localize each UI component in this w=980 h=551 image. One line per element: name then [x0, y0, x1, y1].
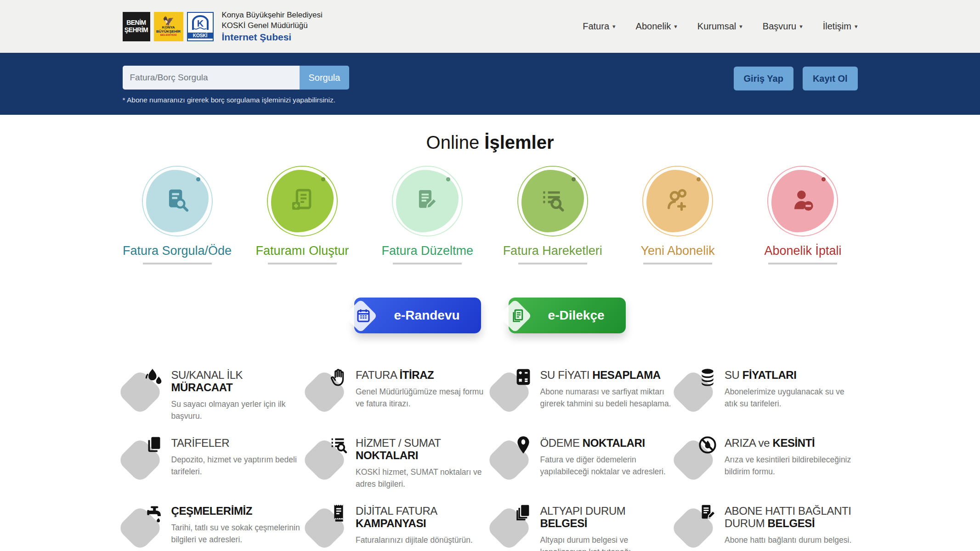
nav-item-1[interactable]: Abonelik▾ — [636, 21, 677, 32]
hand-icon — [328, 366, 349, 388]
list-search-icon — [328, 434, 349, 455]
brand[interactable]: BENİM ŞEHRİM 🦅 KONYA BÜYÜKŞEHİR BELEDİYE… — [123, 10, 323, 42]
chevron-down-icon: ▾ — [674, 23, 677, 30]
quick-action-2[interactable]: Fatura Düzeltme — [373, 166, 482, 264]
chevron-down-icon: ▾ — [612, 23, 616, 30]
service-item-6[interactable]: ÖDEME NOKTALARIFatura ve diğer ödemeleri… — [492, 437, 674, 490]
quick-actions-row: Fatura Sorgula/ÖdeFaturamı OluşturFatura… — [123, 166, 858, 264]
register-button[interactable]: Kayıt Ol — [803, 67, 858, 90]
service-desc: Altyapı durum belgesi ve kanalizasyon ko… — [540, 534, 674, 551]
login-button[interactable]: Giriş Yap — [734, 67, 793, 90]
invoice-edit-icon — [413, 186, 442, 216]
chevron-down-icon: ▾ — [855, 23, 858, 30]
service-title: SU/KANAL İLK MÜRACAAT — [171, 369, 305, 394]
person-minus-icon — [788, 186, 817, 216]
corner-dot-icon — [446, 177, 450, 181]
nav-item-2[interactable]: Kurumsal▾ — [697, 21, 742, 32]
service-title: HİZMET / SUMAT NOKTALARI — [356, 437, 489, 462]
cta-e-randevu[interactable]: e-Randevu — [354, 298, 481, 333]
fountain-icon — [144, 502, 165, 523]
brand-text: Konya Büyükşehir Belediyesi KOSKİ Genel … — [222, 10, 323, 42]
chevron-down-icon: ▾ — [739, 23, 742, 30]
service-item-10[interactable]: ALTYAPI DURUM BELGESİAltyapı durum belge… — [492, 505, 674, 551]
search-bar-section: Sorgula * Abone numaranızı girerek borç … — [0, 53, 980, 115]
service-item-1[interactable]: FATURA İTİRAZGenel Müdürlüğümüze mesaj f… — [307, 369, 489, 422]
search-button[interactable]: Sorgula — [300, 66, 350, 90]
service-desc: Depozito, hizmet ve yaptırım bedeli tari… — [171, 454, 305, 478]
quick-action-circle — [396, 170, 459, 232]
quick-action-ring — [517, 166, 588, 236]
bill-search-input[interactable] — [123, 66, 300, 90]
quick-action-1[interactable]: Faturamı Oluştur — [248, 166, 357, 264]
service-item-11[interactable]: ABONE HATTI BAĞLANTI DURUM BELGESİAbone … — [676, 505, 858, 551]
service-item-2[interactable]: SU FİYATI HESAPLAMAAbone numarası ve sar… — [492, 369, 674, 422]
service-desc: Arıza ve kesintileri bildirebileceğiniz … — [725, 454, 858, 478]
service-title: TARİFELER — [171, 437, 305, 450]
quick-action-label: Fatura Hareketleri — [498, 244, 607, 258]
cta-e-dileke[interactable]: e-Dilekçe — [509, 298, 626, 333]
service-title: ÖDEME NOKTALARI — [540, 437, 674, 450]
quick-action-ring — [642, 166, 713, 236]
koski-logo: K KOSKİ — [187, 12, 214, 41]
quick-action-ring — [392, 166, 463, 236]
services-grid: SU/KANAL İLK MÜRACAATSu sayacı olmayan y… — [123, 369, 858, 551]
quick-action-circle — [521, 170, 584, 232]
documents-icon — [144, 434, 165, 455]
map-pin-icon — [513, 434, 534, 455]
quick-action-0[interactable]: Fatura Sorgula/Öde — [123, 166, 232, 264]
quick-action-3[interactable]: Fatura Hareketleri — [498, 166, 607, 264]
konya-emblem-icon: 🦅 — [163, 17, 174, 26]
service-item-5[interactable]: HİZMET / SUMAT NOKTALARIKOSKİ hizmet, SU… — [307, 437, 489, 490]
service-item-0[interactable]: SU/KANAL İLK MÜRACAATSu sayacı olmayan y… — [123, 369, 305, 422]
corner-dot-icon — [572, 177, 576, 181]
quick-action-ring — [767, 166, 838, 236]
person-plus-icon — [663, 186, 692, 216]
service-title: SU FİYATLARI — [725, 369, 858, 382]
quick-action-5[interactable]: Abonelik İptali — [748, 166, 857, 264]
corner-dot-icon — [821, 177, 826, 181]
service-desc: Su sayacı olmayan yerler için ilk başvur… — [171, 398, 305, 422]
benim-sehrim-logo: BENİM ŞEHRİM — [123, 12, 150, 41]
service-title: ALTYAPI DURUM BELGESİ — [540, 505, 674, 530]
page-title: Online İşlemler — [0, 132, 980, 153]
quick-action-circle — [646, 170, 709, 232]
calculator-icon — [513, 366, 534, 388]
main-nav: Fatura▾Abonelik▾Kurumsal▾Başvuru▾İletişi… — [583, 21, 857, 32]
quick-action-4[interactable]: Yeni Abonelik — [623, 166, 732, 264]
service-item-7[interactable]: ARIZA ve KESİNTİArıza ve kesintileri bil… — [676, 437, 858, 490]
service-item-3[interactable]: SU FİYATLARIAbonelerimize uygulanacak su… — [676, 369, 858, 422]
label-underline — [518, 263, 587, 264]
label-underline — [143, 263, 212, 264]
service-title: ABONE HATTI BAĞLANTI DURUM BELGESİ — [725, 505, 858, 530]
nav-item-4[interactable]: İletişim▾ — [823, 21, 858, 32]
quick-action-label: Faturamı Oluştur — [248, 244, 357, 258]
service-item-9[interactable]: DİJİTAL FATURA KAMPANYASIFaturalarınızı … — [307, 505, 489, 551]
benim-sehrim-logo-text: BENİM ŞEHRİM — [125, 19, 148, 34]
label-underline — [393, 263, 462, 264]
quick-action-circle — [146, 170, 209, 232]
service-desc: Abone numarası ve sarfiyat miktarı girer… — [540, 386, 674, 410]
quick-action-label: Fatura Sorgula/Öde — [123, 244, 232, 258]
service-title: ÇEŞMELERİMİZ — [171, 505, 305, 517]
nav-item-0[interactable]: Fatura▾ — [583, 21, 615, 32]
konya-buyuksehir-logo: 🦅 KONYA BÜYÜKŞEHİR BELEDİYESİ — [154, 12, 183, 41]
corner-dot-icon — [321, 177, 325, 181]
stacked-docs-icon — [513, 502, 534, 523]
service-desc: Abonelerimize uygulanacak su ve atık su … — [725, 386, 858, 410]
doc-edit-icon — [697, 502, 718, 523]
quick-action-label: Fatura Düzeltme — [373, 244, 482, 258]
quick-action-circle — [271, 170, 334, 232]
cta-row: e-Randevue-Dilekçe — [0, 298, 980, 333]
invoice-plus-icon — [288, 186, 317, 216]
search-note: * Abone numaranızı girerek borç sorgulam… — [123, 96, 350, 104]
nav-item-3[interactable]: Başvuru▾ — [763, 21, 803, 32]
label-underline — [768, 263, 837, 264]
service-item-8[interactable]: ÇEŞMELERİMİZTarihi, tatlı su ve sokak çe… — [123, 505, 305, 551]
org-line3: İnternet Şubesi — [222, 32, 323, 43]
service-desc: Tarihi, tatlı su ve sokak çeşmelerinin b… — [171, 522, 305, 546]
calendar-icon — [355, 308, 372, 324]
org-line2: KOSKİ Genel Müdürlüğü — [222, 21, 323, 31]
chevron-down-icon: ▾ — [799, 23, 803, 30]
no-water-icon — [697, 434, 718, 455]
service-item-4[interactable]: TARİFELER Depozito, hizmet ve yaptırım b… — [123, 437, 305, 490]
